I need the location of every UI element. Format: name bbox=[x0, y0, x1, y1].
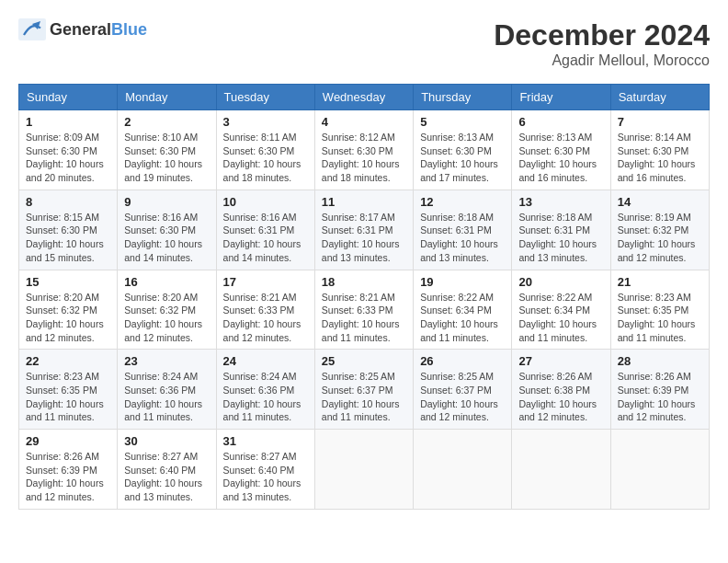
day-number: 7 bbox=[618, 115, 702, 129]
day-info: Sunrise: 8:11 AMSunset: 6:30 PMDaylight:… bbox=[223, 131, 308, 185]
weekday-header: Sunday bbox=[19, 85, 118, 110]
title-block: December 2024 Agadir Melloul, Morocco bbox=[494, 18, 710, 69]
weekday-header: Wednesday bbox=[314, 85, 413, 110]
calendar-cell: 6 Sunrise: 8:13 AMSunset: 6:30 PMDayligh… bbox=[512, 110, 610, 190]
calendar-cell: 5 Sunrise: 8:13 AMSunset: 6:30 PMDayligh… bbox=[414, 110, 512, 190]
day-info: Sunrise: 8:27 AMSunset: 6:40 PMDaylight:… bbox=[124, 450, 209, 504]
calendar-cell: 25 Sunrise: 8:25 AMSunset: 6:37 PMDaylig… bbox=[314, 350, 413, 430]
day-info: Sunrise: 8:26 AMSunset: 6:38 PMDaylight:… bbox=[518, 370, 603, 424]
logo-icon bbox=[18, 18, 46, 40]
day-info: Sunrise: 8:24 AMSunset: 6:36 PMDaylight:… bbox=[124, 370, 209, 424]
day-number: 12 bbox=[420, 195, 505, 209]
logo: GeneralBlue bbox=[18, 18, 147, 40]
day-number: 30 bbox=[124, 434, 209, 448]
day-info: Sunrise: 8:13 AMSunset: 6:30 PMDaylight:… bbox=[518, 131, 603, 185]
calendar-cell: 27 Sunrise: 8:26 AMSunset: 6:38 PMDaylig… bbox=[512, 350, 610, 430]
calendar-header-row: SundayMondayTuesdayWednesdayThursdayFrid… bbox=[19, 85, 710, 110]
day-info: Sunrise: 8:27 AMSunset: 6:40 PMDaylight:… bbox=[223, 450, 308, 504]
day-number: 24 bbox=[223, 354, 308, 368]
calendar-cell: 11 Sunrise: 8:17 AMSunset: 6:31 PMDaylig… bbox=[314, 190, 413, 270]
day-number: 31 bbox=[223, 434, 308, 448]
calendar-cell bbox=[610, 430, 709, 510]
day-info: Sunrise: 8:17 AMSunset: 6:31 PMDaylight:… bbox=[322, 211, 406, 265]
location-title: Agadir Melloul, Morocco bbox=[494, 52, 710, 69]
day-number: 14 bbox=[618, 195, 702, 209]
day-info: Sunrise: 8:20 AMSunset: 6:32 PMDaylight:… bbox=[124, 291, 209, 345]
day-number: 10 bbox=[223, 195, 308, 209]
calendar-cell: 15 Sunrise: 8:20 AMSunset: 6:32 PMDaylig… bbox=[19, 270, 118, 350]
day-info: Sunrise: 8:12 AMSunset: 6:30 PMDaylight:… bbox=[322, 131, 406, 185]
day-info: Sunrise: 8:18 AMSunset: 6:31 PMDaylight:… bbox=[518, 211, 603, 265]
day-number: 5 bbox=[420, 115, 505, 129]
calendar-table: SundayMondayTuesdayWednesdayThursdayFrid… bbox=[18, 84, 710, 510]
calendar-cell: 31 Sunrise: 8:27 AMSunset: 6:40 PMDaylig… bbox=[216, 430, 314, 510]
day-number: 3 bbox=[223, 115, 308, 129]
day-info: Sunrise: 8:23 AMSunset: 6:35 PMDaylight:… bbox=[26, 370, 110, 424]
day-number: 16 bbox=[124, 275, 209, 289]
calendar-cell bbox=[314, 430, 413, 510]
calendar-cell: 19 Sunrise: 8:22 AMSunset: 6:34 PMDaylig… bbox=[414, 270, 512, 350]
day-info: Sunrise: 8:19 AMSunset: 6:32 PMDaylight:… bbox=[618, 211, 702, 265]
day-number: 2 bbox=[124, 115, 209, 129]
day-info: Sunrise: 8:09 AMSunset: 6:30 PMDaylight:… bbox=[26, 131, 110, 185]
day-info: Sunrise: 8:21 AMSunset: 6:33 PMDaylight:… bbox=[322, 291, 406, 345]
day-number: 28 bbox=[618, 354, 702, 368]
day-info: Sunrise: 8:13 AMSunset: 6:30 PMDaylight:… bbox=[420, 131, 505, 185]
day-info: Sunrise: 8:21 AMSunset: 6:33 PMDaylight:… bbox=[223, 291, 308, 345]
day-number: 26 bbox=[420, 354, 505, 368]
calendar-cell: 2 Sunrise: 8:10 AMSunset: 6:30 PMDayligh… bbox=[118, 110, 216, 190]
weekday-header: Friday bbox=[512, 85, 610, 110]
page-header: GeneralBlue December 2024 Agadir Melloul… bbox=[18, 18, 710, 69]
calendar-cell: 23 Sunrise: 8:24 AMSunset: 6:36 PMDaylig… bbox=[118, 350, 216, 430]
calendar-cell: 16 Sunrise: 8:20 AMSunset: 6:32 PMDaylig… bbox=[118, 270, 216, 350]
day-number: 25 bbox=[322, 354, 406, 368]
calendar-cell: 8 Sunrise: 8:15 AMSunset: 6:30 PMDayligh… bbox=[19, 190, 118, 270]
calendar-cell: 9 Sunrise: 8:16 AMSunset: 6:30 PMDayligh… bbox=[118, 190, 216, 270]
calendar-cell: 13 Sunrise: 8:18 AMSunset: 6:31 PMDaylig… bbox=[512, 190, 610, 270]
day-number: 11 bbox=[322, 195, 406, 209]
day-info: Sunrise: 8:23 AMSunset: 6:35 PMDaylight:… bbox=[618, 291, 702, 345]
day-number: 21 bbox=[618, 275, 702, 289]
day-number: 22 bbox=[26, 354, 110, 368]
month-title: December 2024 bbox=[494, 18, 710, 52]
calendar-cell: 17 Sunrise: 8:21 AMSunset: 6:33 PMDaylig… bbox=[216, 270, 314, 350]
calendar-cell: 1 Sunrise: 8:09 AMSunset: 6:30 PMDayligh… bbox=[19, 110, 118, 190]
calendar-week-row: 29 Sunrise: 8:26 AMSunset: 6:39 PMDaylig… bbox=[19, 430, 710, 510]
day-info: Sunrise: 8:22 AMSunset: 6:34 PMDaylight:… bbox=[420, 291, 505, 345]
calendar-cell: 28 Sunrise: 8:26 AMSunset: 6:39 PMDaylig… bbox=[610, 350, 709, 430]
day-info: Sunrise: 8:16 AMSunset: 6:31 PMDaylight:… bbox=[223, 211, 308, 265]
day-info: Sunrise: 8:26 AMSunset: 6:39 PMDaylight:… bbox=[26, 450, 110, 504]
day-info: Sunrise: 8:18 AMSunset: 6:31 PMDaylight:… bbox=[420, 211, 505, 265]
weekday-header: Thursday bbox=[414, 85, 512, 110]
weekday-header: Saturday bbox=[610, 85, 709, 110]
calendar-cell: 14 Sunrise: 8:19 AMSunset: 6:32 PMDaylig… bbox=[610, 190, 709, 270]
calendar-cell: 22 Sunrise: 8:23 AMSunset: 6:35 PMDaylig… bbox=[19, 350, 118, 430]
calendar-cell: 18 Sunrise: 8:21 AMSunset: 6:33 PMDaylig… bbox=[314, 270, 413, 350]
calendar-week-row: 8 Sunrise: 8:15 AMSunset: 6:30 PMDayligh… bbox=[19, 190, 710, 270]
day-info: Sunrise: 8:10 AMSunset: 6:30 PMDaylight:… bbox=[124, 131, 209, 185]
calendar-cell bbox=[512, 430, 610, 510]
calendar-cell: 4 Sunrise: 8:12 AMSunset: 6:30 PMDayligh… bbox=[314, 110, 413, 190]
day-number: 15 bbox=[26, 275, 110, 289]
calendar-cell bbox=[414, 430, 512, 510]
weekday-header: Tuesday bbox=[216, 85, 314, 110]
calendar-cell: 10 Sunrise: 8:16 AMSunset: 6:31 PMDaylig… bbox=[216, 190, 314, 270]
day-number: 29 bbox=[26, 434, 110, 448]
calendar-week-row: 15 Sunrise: 8:20 AMSunset: 6:32 PMDaylig… bbox=[19, 270, 710, 350]
day-number: 18 bbox=[322, 275, 406, 289]
day-number: 8 bbox=[26, 195, 110, 209]
day-number: 19 bbox=[420, 275, 505, 289]
day-number: 1 bbox=[26, 115, 110, 129]
day-info: Sunrise: 8:14 AMSunset: 6:30 PMDaylight:… bbox=[618, 131, 702, 185]
day-number: 4 bbox=[322, 115, 406, 129]
day-info: Sunrise: 8:24 AMSunset: 6:36 PMDaylight:… bbox=[223, 370, 308, 424]
logo-text-general: General bbox=[50, 20, 111, 39]
day-number: 17 bbox=[223, 275, 308, 289]
day-info: Sunrise: 8:25 AMSunset: 6:37 PMDaylight:… bbox=[322, 370, 406, 424]
day-info: Sunrise: 8:20 AMSunset: 6:32 PMDaylight:… bbox=[26, 291, 110, 345]
calendar-week-row: 22 Sunrise: 8:23 AMSunset: 6:35 PMDaylig… bbox=[19, 350, 710, 430]
day-info: Sunrise: 8:16 AMSunset: 6:30 PMDaylight:… bbox=[124, 211, 209, 265]
calendar-cell: 7 Sunrise: 8:14 AMSunset: 6:30 PMDayligh… bbox=[610, 110, 709, 190]
calendar-cell: 21 Sunrise: 8:23 AMSunset: 6:35 PMDaylig… bbox=[610, 270, 709, 350]
calendar-cell: 29 Sunrise: 8:26 AMSunset: 6:39 PMDaylig… bbox=[19, 430, 118, 510]
